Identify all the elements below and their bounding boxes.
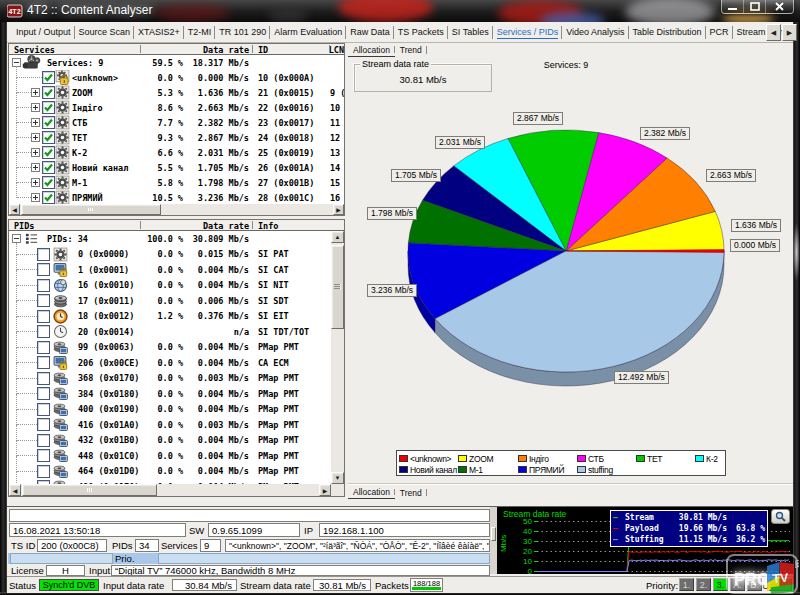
pids-horizontal-scrollbar[interactable]: ◀▶ (9, 484, 331, 496)
pid-checkbox[interactable] (37, 372, 50, 385)
service-row[interactable]: М-15.8 %1.798 Mb/s27 (0x001B)15 (9, 175, 344, 190)
service-checkbox[interactable] (42, 116, 55, 129)
service-checkbox[interactable] (42, 176, 55, 189)
pid-row[interactable]: 368 (0x0170)0.0 %0.003 Mb/sPMap PMT (9, 371, 344, 387)
close-button[interactable] (766, 0, 793, 13)
service-checkbox[interactable] (42, 191, 55, 204)
pid-checkbox[interactable] (37, 294, 50, 307)
pid-row[interactable]: 18 (0x0012)1.2 %0.376 Mb/sSI EIT (9, 309, 344, 325)
pid-checkbox[interactable] (37, 310, 50, 323)
service-checkbox[interactable] (42, 146, 55, 159)
pid-checkbox[interactable] (37, 403, 50, 416)
tab-input-output[interactable]: Input / Output (12, 23, 75, 42)
services-header-lcn[interactable]: LCN (305, 45, 344, 55)
service-row[interactable]: СТБ7.7 %2.382 Mb/s23 (0x0017)11 (9, 115, 344, 130)
tab-services-pids[interactable]: Services / PIDs (493, 23, 563, 42)
services-root-row[interactable]: Services: 959.5 %18.317 Mb/s (9, 55, 344, 70)
tab-ts-packets[interactable]: TS Packets (394, 23, 448, 42)
scroll-thumb[interactable] (22, 484, 157, 496)
field-200-0x00c8-[interactable]: 200 (0x00C8) (37, 539, 107, 552)
field-0-9-65-1099[interactable]: 0.9.65.1099 (208, 523, 300, 537)
field-192-168-1-100[interactable]: 192.168.1.100 (319, 523, 490, 537)
field-h[interactable]: H (46, 565, 85, 576)
pid-row[interactable]: 384 (0x0180)0.0 %0.004 Mb/sPMap PMT (9, 386, 344, 402)
pids-root-row[interactable]: PIDs: 34100.0 %30.809 Mb/s (9, 231, 344, 247)
expand-expander[interactable] (31, 103, 40, 112)
maximize-button[interactable] (744, 0, 766, 13)
splitter-handle[interactable] (491, 527, 496, 541)
scroll-left-button[interactable]: ◀ (9, 484, 21, 496)
pid-row[interactable]: 17 (0x0011)0.0 %0.006 Mb/sSI SDT (9, 293, 344, 309)
pid-row[interactable]: 16 (0x0010)0.0 %0.004 Mb/sSI NIT (9, 278, 344, 294)
tab-t2-mi[interactable]: T2-MI (184, 23, 216, 42)
pid-row[interactable]: 448 (0x01C0)0.0 %0.004 Mb/sPMap PMT (9, 448, 344, 464)
scroll-thumb[interactable] (331, 245, 344, 329)
expand-expander[interactable] (31, 88, 40, 97)
field--<unknown>-zo[interactable]: "<unknown>", "ZOOM", "²íä³ãî", "ÑÒÁ", "Ò… (225, 539, 490, 552)
pid-row[interactable]: 400 (0x0190)0.0 %0.004 Mb/sPMap PMT (9, 402, 344, 418)
pids-header-pids[interactable]: PIDs (14, 221, 34, 231)
tab-video-analysis[interactable]: Video Analysis (562, 23, 628, 42)
expand-expander[interactable] (31, 193, 40, 202)
expand-expander[interactable] (31, 133, 40, 142)
scroll-up-button[interactable]: ▲ (331, 231, 344, 243)
pid-checkbox[interactable] (37, 449, 50, 462)
pid-checkbox[interactable] (37, 465, 50, 478)
pid-checkbox[interactable] (37, 341, 50, 354)
tab-scroll-right-button[interactable]: ▶ (782, 24, 797, 41)
minimize-button[interactable] (722, 0, 744, 13)
scroll-thumb[interactable] (21, 204, 161, 215)
tab-alarm-evaluation[interactable]: Alarm Evaluation (270, 23, 346, 42)
service-checkbox[interactable] (42, 86, 55, 99)
service-checkbox[interactable] (42, 131, 55, 144)
tab-pcr[interactable]: PCR (706, 23, 733, 42)
service-row[interactable]: ТЕТ9.3 %2.867 Mb/s24 (0x0018)12 (9, 130, 344, 145)
field-16-08-2021-13-50[interactable]: 16.08.2021 13:50:18 (9, 523, 186, 537)
pid-checkbox[interactable] (37, 325, 50, 338)
service-checkbox[interactable] (42, 71, 55, 84)
pid-row[interactable]: 20 (0x0014)n/aSI TDT/TOT (9, 324, 344, 340)
service-row[interactable]: Новий канал5.5 %1.705 Mb/s26 (0x001A)14 (9, 160, 344, 175)
service-row[interactable]: ПРЯМИЙ10.5 %3.236 Mb/s28 (0x001C)16 (9, 190, 344, 205)
services-horizontal-scrollbar[interactable]: ◀▶ (9, 204, 344, 215)
pid-row[interactable]: 432 (0x01B0)0.0 %0.004 Mb/sPMap PMT (9, 433, 344, 449)
pid-checkbox[interactable] (37, 279, 50, 292)
pids-header-info[interactable]: Info (258, 221, 278, 231)
pid-checkbox[interactable] (37, 387, 50, 400)
service-row[interactable]: Індіго8.6 %2.663 Mb/s22 (0x0016)10 (9, 100, 344, 115)
field-0[interactable] (9, 509, 490, 522)
field--digital-tv-746[interactable]: “Digital TV” 746000 kHz, Bandwidth 8 MHz (111, 565, 490, 576)
field-3[interactable] (158, 553, 490, 564)
pid-checkbox[interactable] (37, 434, 50, 447)
tab-table-distribution[interactable]: Table Distribution (629, 23, 706, 42)
scroll-left-button[interactable]: ◀ (9, 204, 20, 215)
pid-checkbox[interactable] (37, 248, 50, 261)
pid-row[interactable]: 416 (0x01A0)0.0 %0.003 Mb/sPMap PMT (9, 417, 344, 433)
pid-row[interactable]: 206 (0x00CE)0.0 %0.004 Mb/sCA ECM (9, 355, 344, 371)
scroll-right-button[interactable]: ▶ (333, 204, 344, 215)
field-34[interactable]: 34 (135, 539, 159, 552)
tab-scroll-left-button[interactable]: ◀ (766, 24, 781, 41)
tab-si-tables[interactable]: SI Tables (448, 23, 493, 42)
service-checkbox[interactable] (42, 161, 55, 174)
pid-checkbox[interactable] (37, 263, 50, 276)
tab-raw-data[interactable]: Raw Data (346, 23, 394, 42)
expand-expander[interactable] (31, 148, 40, 157)
service-row[interactable]: <unknown>0.0 %0.000 Mb/s10 (0x000A) (9, 70, 344, 85)
pid-row[interactable]: 0 (0x0000)0.0 %0.015 Mb/sSI PAT (9, 247, 344, 263)
scroll-right-button[interactable]: ▶ (319, 484, 331, 496)
service-row[interactable]: ZOOM5.3 %1.636 Mb/s21 (0x0015)9 ( (9, 85, 344, 100)
pids-header-datarate[interactable]: Data rate (142, 221, 249, 231)
title-bar[interactable]: 4T2 4T2 :: Content Analyser (0, 0, 800, 22)
field-3[interactable] (10, 553, 113, 564)
expand-expander[interactable] (31, 118, 40, 127)
pid-checkbox[interactable] (37, 356, 50, 369)
tab-xtasis2-[interactable]: XTASIS2+ (134, 23, 184, 42)
field-9[interactable]: 9 (200, 539, 221, 552)
bottom-splitter[interactable] (490, 507, 497, 574)
tab-source-scan[interactable]: Source Scan (75, 23, 135, 42)
services-header-services[interactable]: Services (14, 45, 55, 55)
scroll-down-button[interactable]: ▼ (331, 472, 344, 484)
expand-expander[interactable] (31, 178, 40, 187)
pid-row[interactable]: 99 (0x0063)0.0 %0.004 Mb/sPMap PMT (9, 340, 344, 356)
